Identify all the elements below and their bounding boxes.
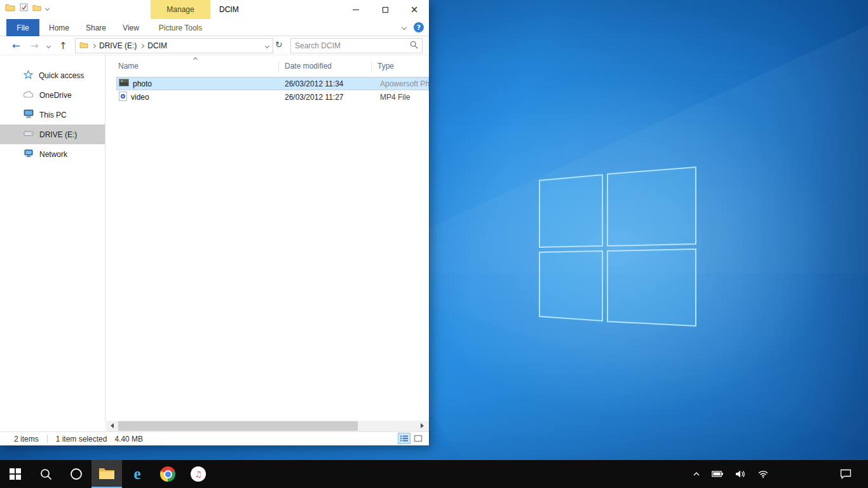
taskbar-chrome-button[interactable] (153, 460, 183, 488)
system-tray (690, 460, 771, 488)
star-icon (24, 70, 33, 81)
file-explorer-icon (98, 467, 115, 480)
battery-tray-button[interactable] (709, 468, 726, 480)
search-icon (40, 468, 52, 480)
address-bar-row: ← → ↑ DRIVE (E:) DCIM ↻ (0, 36, 429, 55)
cloud-icon (24, 91, 34, 100)
navigation-pane: Quick access OneDrive This PC DRIVE (E:) (0, 55, 105, 421)
address-bar[interactable]: DRIVE (E:) DCIM (75, 38, 273, 53)
taskbar-search-button[interactable] (31, 460, 61, 488)
itunes-icon: ♫ (191, 466, 206, 482)
file-row-photo[interactable]: photo 26/03/2012 11:34 Apowersoft Pho (116, 77, 429, 90)
action-center-button[interactable] (834, 460, 858, 488)
recent-locations-chevron-icon[interactable] (46, 44, 51, 48)
title-bar[interactable]: Manage DCIM × (0, 0, 429, 19)
chevron-up-icon (693, 471, 700, 477)
taskbar-itunes-button[interactable]: ♫ (183, 460, 214, 488)
file-name: video (131, 93, 149, 102)
address-dropdown-chevron-icon[interactable] (265, 43, 269, 48)
taskbar-file-explorer-button[interactable] (92, 460, 122, 488)
sidebar-item-label: Network (39, 150, 67, 159)
drive-icon (24, 130, 34, 139)
photo-file-icon (119, 79, 129, 88)
column-header-name[interactable]: Name (105, 62, 278, 71)
windows-logo-icon (10, 468, 21, 480)
details-view-button[interactable] (398, 433, 410, 444)
computer-icon (24, 109, 34, 120)
large-icons-view-button[interactable] (412, 433, 424, 444)
forward-button[interactable]: → (31, 36, 39, 55)
large-icons-view-icon (414, 435, 423, 442)
sidebar-item-quick-access[interactable]: Quick access (0, 65, 105, 85)
maximize-button[interactable] (370, 0, 400, 19)
window-folder-icon (5, 3, 15, 14)
video-file-icon (119, 92, 127, 103)
qat-properties-icon[interactable] (20, 3, 28, 14)
contextual-tab-manage[interactable]: Manage (151, 0, 210, 19)
search-icon[interactable] (410, 41, 418, 51)
file-type: Apowersoft Pho (371, 79, 429, 88)
breadcrumb-dcim[interactable]: DCIM (147, 41, 167, 50)
expand-ribbon-chevron-icon[interactable] (402, 25, 407, 30)
qat-new-folder-icon[interactable] (32, 3, 41, 14)
scrollbar-thumb[interactable] (118, 421, 358, 431)
up-button[interactable]: ↑ (59, 36, 67, 55)
sidebar-item-this-pc[interactable]: This PC (0, 105, 105, 125)
status-bar: 2 items 1 item selected 4.40 MB (0, 431, 429, 445)
sort-ascending-indicator-icon (193, 57, 198, 62)
wifi-icon (757, 470, 769, 478)
qat-customize-chevron-icon[interactable] (45, 6, 50, 10)
refresh-button[interactable]: ↻ (275, 39, 283, 50)
volume-tray-button[interactable] (733, 467, 749, 481)
help-button[interactable]: ? (414, 22, 424, 32)
tab-share[interactable]: Share (81, 19, 111, 36)
tab-file[interactable]: File (6, 19, 39, 36)
scroll-left-arrow-icon[interactable] (111, 423, 114, 428)
column-header-type[interactable]: Type (371, 62, 429, 71)
network-tray-button[interactable] (755, 467, 771, 481)
address-folder-icon (79, 41, 88, 50)
sidebar-item-label: DRIVE (E:) (39, 130, 77, 139)
sidebar-item-label: Quick access (39, 71, 84, 80)
sidebar-item-label: OneDrive (39, 91, 72, 100)
horizontal-scrollbar[interactable] (105, 421, 429, 431)
window-title: DCIM (219, 5, 239, 14)
chrome-icon (160, 466, 175, 482)
column-header-date-modified[interactable]: Date modified (278, 62, 371, 71)
cortana-icon (70, 468, 83, 480)
start-button[interactable] (0, 460, 31, 488)
breadcrumb-separator-icon[interactable] (140, 43, 144, 48)
file-explorer-window: Manage DCIM × File Home Share View Pictu… (0, 0, 429, 445)
taskbar-cortana-button[interactable] (61, 460, 92, 488)
breadcrumb-drive[interactable]: DRIVE (E:) (99, 41, 137, 50)
sidebar-item-label: This PC (39, 111, 67, 119)
ribbon-tab-row: File Home Share View Picture Tools ? (0, 19, 429, 36)
breadcrumb-separator-icon[interactable] (92, 43, 96, 48)
main-content: Quick access OneDrive This PC DRIVE (E:) (0, 55, 429, 421)
tab-view[interactable]: View (117, 19, 145, 36)
selection-size: 4.40 MB (114, 435, 143, 444)
sidebar-item-network[interactable]: Network (0, 144, 105, 164)
quick-access-toolbar (5, 3, 49, 14)
show-hidden-icons-button[interactable] (690, 469, 703, 479)
file-date-modified: 26/03/2012 11:34 (278, 79, 371, 88)
volume-icon (735, 470, 746, 478)
minimize-button[interactable] (341, 0, 370, 19)
internet-explorer-icon: e (133, 465, 140, 483)
file-date-modified: 26/03/2012 11:27 (278, 93, 371, 102)
back-button[interactable]: ← (12, 36, 20, 55)
file-list: Name Date modified Type photo 26/03/2012… (105, 55, 429, 421)
sidebar-item-onedrive[interactable]: OneDrive (0, 85, 105, 105)
file-name: photo (133, 79, 152, 88)
file-row-video[interactable]: video 26/03/2012 11:27 MP4 File (116, 90, 429, 104)
tab-home[interactable]: Home (44, 19, 74, 36)
details-view-icon (400, 435, 409, 442)
taskbar-internet-explorer-button[interactable]: e (122, 460, 153, 488)
search-input[interactable] (295, 41, 410, 50)
scroll-right-arrow-icon[interactable] (421, 423, 424, 428)
column-headers: Name Date modified Type (105, 55, 429, 77)
sidebar-item-drive-e[interactable]: DRIVE (E:) (0, 125, 105, 144)
tab-picture-tools[interactable]: Picture Tools (151, 19, 210, 36)
close-button[interactable]: × (400, 0, 429, 19)
search-box[interactable] (290, 38, 423, 53)
